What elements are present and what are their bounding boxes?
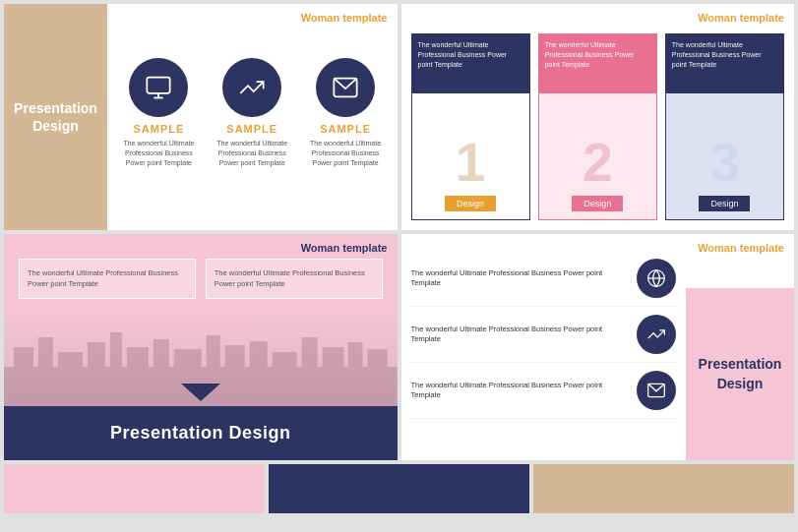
list-item-2: The wonderful Ultimate Professional Busi… xyxy=(411,315,677,363)
col2-number: 2 xyxy=(583,136,613,190)
icon-item-3: SAMPLE The wonderful Ultimate Profession… xyxy=(306,58,385,167)
brand-name: Woman xyxy=(301,12,340,24)
icon1-label: SAMPLE xyxy=(133,123,184,135)
chart-icon xyxy=(238,74,266,101)
list-text-2: The wonderful Ultimate Professional Busi… xyxy=(411,325,630,345)
icon2-desc: The wonderful Ultimate Professional Busi… xyxy=(213,139,291,167)
globe-icon xyxy=(646,268,666,288)
list-item-3: The wonderful Ultimate Professional Busi… xyxy=(411,371,677,419)
col1-header: The wonderful Ultimate Professional Busi… xyxy=(412,34,529,93)
card1-brand: Woman template xyxy=(301,12,388,24)
card1-title: Presentation Design xyxy=(14,99,97,135)
svg-rect-0 xyxy=(148,78,170,93)
svg-rect-5 xyxy=(14,347,33,367)
card4-brand: Woman template xyxy=(698,242,784,254)
card1-icons-row: SAMPLE The wonderful Ultimate Profession… xyxy=(112,58,393,167)
monitor-icon-circle xyxy=(129,58,188,117)
card4-left: The wonderful Ultimate Professional Busi… xyxy=(401,234,687,460)
card-2: Woman template The wonderful Ultimate Pr… xyxy=(401,4,795,230)
svg-rect-13 xyxy=(207,335,220,367)
card-4: Woman template The wonderful Ultimate Pr… xyxy=(401,234,795,460)
card1-banner: Presentation Design xyxy=(4,4,107,230)
monitor-icon xyxy=(145,74,172,101)
globe-icon-circle xyxy=(637,259,676,298)
envelope2-icon-circle xyxy=(637,371,676,410)
list-text-1: The wonderful Ultimate Professional Busi… xyxy=(411,268,630,289)
col2-btn: Design xyxy=(572,196,623,211)
svg-rect-15 xyxy=(250,341,268,367)
card-3: Woman template The wonderful Ultimate Pr… xyxy=(4,234,398,460)
svg-rect-12 xyxy=(174,349,202,367)
envelope-icon xyxy=(332,74,359,101)
svg-rect-7 xyxy=(58,352,83,367)
col3-header: The wonderful Ultimate Professional Busi… xyxy=(666,34,783,93)
card4-right: Presentation Design xyxy=(686,288,794,460)
template-label: template xyxy=(342,12,387,24)
brand-name-2: Woman xyxy=(698,12,737,24)
icon1-desc: The wonderful Ultimate Professional Busi… xyxy=(119,139,198,167)
svg-rect-20 xyxy=(368,349,388,367)
card2-columns: The wonderful Ultimate Professional Busi… xyxy=(411,33,785,220)
list-text-3: The wonderful Ultimate Professional Busi… xyxy=(411,381,630,401)
main-grid: Presentation Design Woman template SAMPL… xyxy=(0,0,798,532)
svg-rect-16 xyxy=(273,352,297,367)
card3-text-boxes: The wonderful Ultimate Professional Busi… xyxy=(4,234,398,309)
card3-text-2: The wonderful Ultimate Professional Busi… xyxy=(206,259,383,299)
svg-rect-17 xyxy=(302,337,318,367)
icon-item-2: SAMPLE The wonderful Ultimate Profession… xyxy=(213,58,291,167)
svg-rect-10 xyxy=(127,347,149,367)
brand-name-4: Woman xyxy=(698,242,737,254)
icon2-label: SAMPLE xyxy=(226,123,277,135)
card4-right-title: Presentation Design xyxy=(686,345,794,403)
icon-item-1: SAMPLE The wonderful Ultimate Profession… xyxy=(119,58,198,167)
svg-rect-11 xyxy=(153,339,169,367)
card2-brand: Woman template xyxy=(698,12,784,24)
card3-text-1: The wonderful Ultimate Professional Busi… xyxy=(19,259,196,299)
color-navy xyxy=(269,464,529,513)
col1-number: 1 xyxy=(456,136,486,190)
card1-icons-area: SAMPLE The wonderful Ultimate Profession… xyxy=(107,48,398,185)
col2-header: The wonderful Ultimate Professional Busi… xyxy=(539,34,656,93)
list-item-1: The wonderful Ultimate Professional Busi… xyxy=(411,259,677,307)
chart2-icon-circle xyxy=(637,315,676,354)
col-3: The wonderful Ultimate Professional Busi… xyxy=(665,33,784,220)
col1-btn: Design xyxy=(445,196,496,211)
col3-btn: Design xyxy=(699,196,750,211)
card3-bottom-title: Presentation Design xyxy=(110,423,291,443)
svg-rect-18 xyxy=(323,347,344,367)
envelope-icon-circle xyxy=(316,58,375,117)
svg-rect-6 xyxy=(38,337,53,367)
chart2-icon xyxy=(646,325,666,344)
chart-icon-circle xyxy=(222,58,281,117)
col-2: The wonderful Ultimate Professional Busi… xyxy=(538,33,657,220)
col-1: The wonderful Ultimate Professional Busi… xyxy=(411,33,530,220)
color-tan xyxy=(533,464,794,513)
icon3-desc: The wonderful Ultimate Professional Busi… xyxy=(306,139,385,167)
envelope2-icon xyxy=(646,381,666,400)
arrow-down-icon xyxy=(181,384,220,401)
icon3-label: SAMPLE xyxy=(320,123,371,135)
col3-number: 3 xyxy=(709,136,740,190)
card-1: Presentation Design Woman template SAMPL… xyxy=(4,4,398,230)
bottom-color-row xyxy=(4,464,794,513)
color-pink xyxy=(4,464,265,513)
svg-rect-19 xyxy=(348,342,363,367)
svg-rect-14 xyxy=(225,345,245,367)
svg-rect-9 xyxy=(110,332,122,367)
svg-rect-8 xyxy=(88,342,105,367)
card3-bottom-bar: Presentation Design xyxy=(4,406,398,460)
